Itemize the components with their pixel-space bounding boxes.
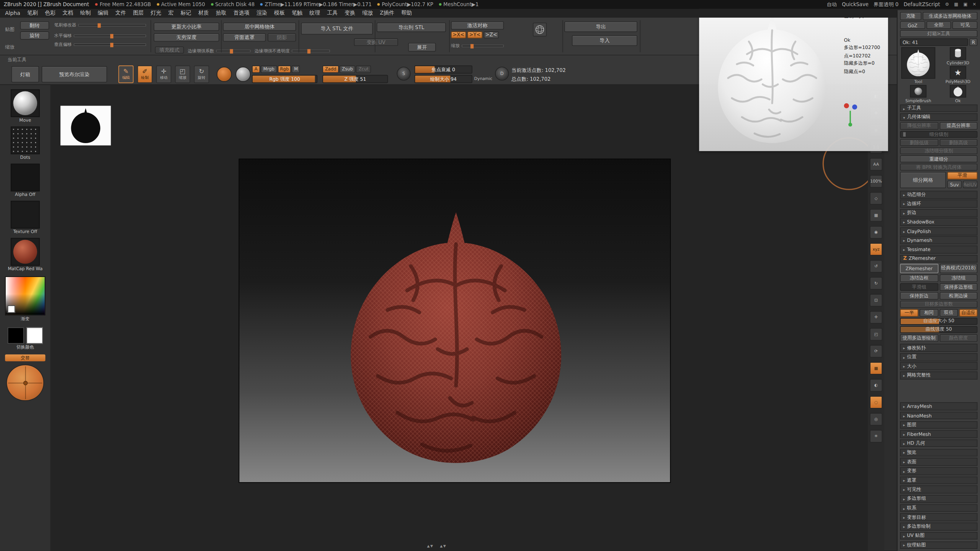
scale-icon[interactable]: ◰ — [870, 328, 882, 341]
zremesher-button[interactable]: ZRemesher — [900, 264, 938, 273]
primary-color-swatch[interactable] — [8, 328, 24, 344]
goz-button[interactable]: GoZ — [900, 21, 925, 29]
subpalette-header[interactable]: ▸网格完整性 — [900, 371, 977, 379]
brush-modifier-slider[interactable]: 笔刷修改器 — [54, 22, 146, 28]
edge-factor-slider[interactable]: 边缘增强系数 — [188, 48, 251, 54]
geometry-header[interactable]: ▾几何体编辑 — [900, 113, 977, 121]
import-button[interactable]: 导入 — [572, 35, 637, 46]
sym-y-toggle[interactable]: >Y< — [467, 31, 482, 38]
lower-res-button[interactable]: 降低分辨率 — [900, 122, 938, 130]
sxyz-toggle[interactable]: xyz — [870, 243, 882, 256]
subpalette-header[interactable]: ▸UV 贴图 — [900, 532, 977, 540]
menu-item[interactable]: 色彩 — [45, 10, 56, 17]
texture-thumb[interactable] — [11, 201, 40, 228]
local-icon[interactable]: ◉ — [870, 226, 882, 239]
export-stl-button[interactable]: 导出到 STL — [377, 23, 446, 32]
mrgb-toggle[interactable]: Mrgb — [261, 65, 277, 73]
a-toggle[interactable]: A — [252, 65, 260, 73]
freeze-subdivision-button[interactable]: 冻结细分级别 — [900, 147, 977, 154]
subpalette-header[interactable]: ▸ShadowBox — [900, 218, 977, 226]
menu-item[interactable]: 帮助 — [401, 10, 412, 17]
goz-visible-button[interactable]: 可见 — [952, 21, 977, 29]
color-ball-knob[interactable] — [23, 381, 28, 385]
gear-icon[interactable]: ⚙ — [945, 2, 949, 7]
ok-tool-thumb[interactable] — [950, 85, 966, 98]
color-density-slider[interactable]: 颜色密度 — [939, 334, 978, 342]
transp-icon[interactable]: ◐ — [870, 379, 882, 391]
color-swatch-button[interactable] — [217, 67, 232, 82]
rgb-intensity-slider[interactable]: Rgb 强度 100 — [252, 75, 317, 83]
color-picker[interactable] — [5, 276, 45, 315]
document-thumbnail[interactable] — [60, 106, 111, 145]
target-polygon-count-slider[interactable]: 目标多边形数 — [900, 301, 977, 308]
make-polymesh3d-button[interactable]: 生成多边形网格物体 — [923, 12, 977, 20]
rotate-texture-button[interactable]: 旋转 — [20, 31, 49, 39]
shadow-button[interactable]: 阴影 — [268, 33, 296, 41]
menu-item[interactable]: 图层 — [133, 10, 144, 17]
smt-toggle[interactable]: 平滑 — [947, 172, 977, 179]
ghost-toggle[interactable]: ◌ — [870, 396, 882, 409]
zoom-percent-icon[interactable]: 100% — [870, 175, 882, 187]
menu-item[interactable]: 纹理 — [309, 10, 320, 17]
smooth-groups-slider[interactable]: 平滑组 — [900, 283, 938, 291]
subpalette-header[interactable]: ▸修改拓扑 — [900, 344, 977, 352]
menu-item[interactable]: 编辑 — [98, 10, 108, 17]
lightbox-button[interactable]: 灯箱 — [11, 66, 39, 83]
bpr-to-geo-button[interactable]: 将 BPR 转换为几何体 — [900, 164, 977, 171]
subpalette-header[interactable]: ▸多边形绘制 — [900, 523, 977, 531]
rotate-button[interactable]: ↻旋转 — [194, 65, 209, 83]
subpalette-header[interactable]: ▸Dynamesh — [900, 236, 977, 244]
cylinder3d-thumb[interactable] — [950, 47, 966, 60]
subpalette-header[interactable]: ▸遮罩 — [900, 476, 977, 484]
z-intensity-slider[interactable]: Z 强度 51 — [322, 75, 388, 83]
subpalette-header[interactable]: ▸边循环 — [900, 200, 977, 208]
scale-button[interactable]: ◰缩放 — [175, 65, 190, 83]
export-button[interactable]: 导出 — [564, 21, 637, 32]
fill-mode-button[interactable]: 填充模式 — [155, 47, 184, 54]
current-brush-thumb[interactable] — [11, 90, 40, 117]
m-toggle[interactable]: M — [292, 65, 300, 73]
sdiv-slider[interactable]: 细分级别 — [900, 131, 977, 138]
clone-button[interactable]: 克隆 — [900, 12, 921, 20]
sphere-grid-icon[interactable] — [533, 23, 547, 36]
menu-item[interactable]: Alpha — [5, 10, 20, 16]
keep-groups-toggle[interactable]: 保持多边形组 — [939, 283, 978, 291]
polymesh3d-thumb[interactable]: ★ — [950, 66, 966, 79]
rotate-left-icon[interactable]: ↺ — [870, 260, 882, 272]
subpalette-header[interactable]: ▸大小 — [900, 362, 977, 370]
menu-item[interactable]: 标记 — [181, 10, 191, 17]
freeze-groups-toggle[interactable]: 冻结组 — [939, 274, 978, 282]
canvas-scroll-arrows[interactable]: ▲▼ ▲▼ — [427, 544, 446, 548]
adaptive-size-slider[interactable]: 自适应大小 50 — [900, 318, 977, 324]
menu-item[interactable]: 笔刷 — [27, 10, 38, 17]
document-area[interactable] — [239, 159, 671, 483]
update-size-ratio-button[interactable]: 更新大小比率 — [154, 23, 219, 31]
double-toggle[interactable]: 双倍 — [939, 309, 958, 316]
tool-name-slider[interactable]: Ok: 41 — [900, 38, 968, 46]
reluv-button[interactable]: RelUV — [963, 181, 978, 188]
persp-icon[interactable]: ◇ — [870, 192, 882, 205]
activate-symmetry-button[interactable]: 激活对称 — [451, 21, 504, 29]
menu-item[interactable]: 模板 — [274, 10, 285, 17]
lightbox-tool-button[interactable]: 灯箱>工具 — [900, 30, 977, 37]
subpalette-header[interactable]: ▸Tessimate — [900, 245, 977, 253]
move-icon[interactable]: ✛ — [870, 311, 882, 324]
menu-item[interactable]: Z插件 — [380, 10, 394, 17]
quicksave-button[interactable]: QuickSave — [842, 2, 869, 7]
v-offset-slider[interactable]: 垂直偏移 — [54, 42, 146, 48]
menu-item[interactable]: 灯光 — [150, 10, 161, 17]
rotate-right-icon[interactable]: ↻ — [870, 277, 882, 290]
sym-z-toggle[interactable]: >Z< — [484, 31, 499, 38]
del-higher-button[interactable]: 删除高级 — [939, 139, 978, 146]
adapt-toggle[interactable]: 自适应 — [959, 309, 977, 316]
subpalette-header[interactable]: ▸折边 — [900, 209, 977, 217]
transform-uv-button[interactable]: 变换 UV — [354, 38, 398, 46]
ui-transparency-slider[interactable]: 界面透明 0 — [874, 1, 898, 8]
menu-item[interactable]: 拾取 — [216, 10, 227, 17]
edit-button[interactable]: ✎编辑 — [118, 65, 133, 83]
h-offset-slider[interactable]: 水平偏移 — [54, 33, 146, 39]
subpalette-header[interactable]: ▸纹理贴图 — [900, 541, 977, 549]
use-polypaint-toggle[interactable]: 使用多边形绘制 — [900, 334, 938, 342]
dynamic-mode-toggle[interactable]: D — [495, 67, 509, 80]
higher-res-button[interactable]: 提高分辨率 — [939, 122, 978, 130]
